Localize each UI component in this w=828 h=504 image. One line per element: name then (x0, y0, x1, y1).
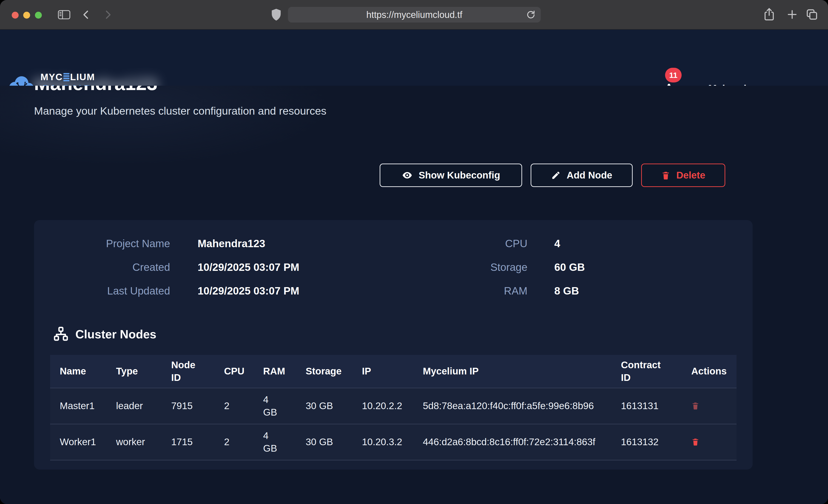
cluster-nodes-table: Name Type Node ID CPU RAM Storage IP Myc… (50, 355, 737, 460)
minimize-window-button[interactable] (23, 12, 30, 18)
cluster-nodes-header: Cluster Nodes (53, 326, 157, 342)
detail-value: 10/29/2025 03:07 PM (198, 285, 299, 297)
screen: Mahendra123 Manage your Kubernetes clust… (0, 0, 828, 504)
cell-storage: 30 GB (296, 424, 352, 460)
chevron-down-icon (762, 85, 770, 86)
url-text: https://myceliumcloud.tf (288, 7, 541, 23)
eye-icon (402, 170, 413, 181)
col-name: Name (60, 365, 86, 378)
col-mycelium-ip: Mycelium IP (423, 365, 479, 378)
new-tab-button[interactable] (786, 9, 798, 20)
detail-label: Project Name (34, 237, 170, 250)
detail-row-ram: RAM 8 GB (437, 284, 585, 297)
user-name: Mahendra (708, 83, 756, 86)
add-node-label: Add Node (567, 170, 612, 181)
tab-overview-button[interactable] (806, 8, 818, 21)
cell-ram: 4 GB (253, 424, 296, 460)
cell-type: leader (107, 388, 162, 424)
sidebar-toggle-button[interactable] (57, 9, 71, 20)
detail-value: 60 GB (554, 261, 585, 274)
show-kubeconfig-button[interactable]: Show Kubeconfig (380, 164, 522, 187)
cluster-nodes-title: Cluster Nodes (75, 327, 157, 341)
nav-link-docs[interactable]: Docs (267, 84, 293, 86)
delete-cluster-button[interactable]: Delete (641, 164, 725, 187)
detail-row-storage: Storage 60 GB (437, 261, 585, 274)
table-row-master1: Master1 leader 7915 2 4 GB 30 GB 10.20.2… (50, 388, 737, 424)
notification-badge: 11 (665, 68, 681, 82)
details-left-column: Project Name Mahendra123 Created 10/29/2… (34, 237, 299, 308)
detail-label: Last Updated (34, 285, 170, 297)
cell-ram: 4 GB (253, 388, 296, 424)
col-node-id: Node ID (171, 359, 200, 384)
address-bar[interactable]: https://myceliumcloud.tf (288, 7, 541, 23)
cell-cpu: 2 (214, 424, 253, 460)
detail-label: RAM (437, 285, 527, 297)
detail-row-cpu: CPU 4 (437, 237, 585, 250)
delete-label: Delete (676, 170, 705, 181)
nav-link-dashboard[interactable]: Dashboard (373, 84, 428, 86)
delete-node-button[interactable] (691, 401, 700, 411)
cell-type: worker (107, 424, 162, 460)
table-header-row: Name Type Node ID CPU RAM Storage IP Myc… (50, 355, 737, 388)
detail-value: 8 GB (554, 285, 579, 297)
pencil-icon (551, 170, 561, 180)
user-menu[interactable]: Mahendra (708, 83, 770, 86)
detail-label: Created (34, 261, 170, 274)
nav-link-use-cases[interactable]: Use Cases (306, 84, 360, 86)
page-subtitle: Manage your Kubernetes cluster configura… (34, 104, 326, 117)
cluster-actions: Show Kubeconfig Add Node (380, 164, 725, 187)
cell-actions (681, 424, 737, 460)
cell-actions (681, 388, 737, 424)
cloud-logo-icon (6, 72, 37, 86)
notifications-button[interactable]: 11 (662, 68, 684, 86)
brand-word-mycelium: MYCLIUM (40, 72, 95, 82)
trash-icon (691, 408, 700, 411)
browser-chrome: https://myceliumcloud.tf (0, 0, 828, 30)
cell-ip: 10.20.2.2 (352, 388, 413, 424)
details-right-column: CPU 4 Storage 60 GB RAM 8 GB (437, 237, 585, 308)
forward-button[interactable] (102, 9, 113, 20)
nav-link-home[interactable]: Home (168, 84, 197, 86)
col-ram: RAM (263, 365, 285, 378)
back-button[interactable] (81, 9, 91, 20)
privacy-shield-icon[interactable] (270, 8, 282, 21)
nav-links: Home Features Docs Use Cases Dashboard (168, 84, 428, 86)
detail-row-last-updated: Last Updated 10/29/2025 03:07 PM (34, 284, 299, 297)
cluster-details-card: Project Name Mahendra123 Created 10/29/2… (34, 220, 753, 469)
trash-icon (661, 170, 670, 180)
cell-name: Worker1 (50, 424, 107, 460)
zoom-window-button[interactable] (35, 12, 42, 18)
detail-label: CPU (437, 237, 527, 250)
col-ip: IP (362, 365, 371, 378)
nav-link-features[interactable]: Features (210, 84, 254, 86)
close-window-button[interactable] (12, 12, 18, 18)
reload-icon[interactable] (526, 10, 536, 20)
cell-contract-id: 1613132 (611, 424, 681, 460)
detail-row-created: Created 10/29/2025 03:07 PM (34, 261, 299, 274)
detail-value: 4 (554, 237, 560, 250)
col-actions: Actions (691, 365, 727, 378)
stylized-e-icon (64, 73, 70, 81)
cell-mycelium-ip: 5d8:78ea:a120:f40c:ff0f:a5fe:99e6:8b96 (413, 388, 611, 424)
detail-label: Storage (437, 261, 527, 274)
browser-window: Mahendra123 Manage your Kubernetes clust… (0, 0, 828, 504)
cell-contract-id: 1613131 (611, 388, 681, 424)
cell-node-id: 1715 (162, 424, 214, 460)
col-cpu: CPU (224, 365, 245, 378)
cell-storage: 30 GB (296, 388, 352, 424)
brand-logo[interactable]: MYCLIUM CLOUD (6, 72, 95, 86)
col-type: Type (116, 365, 138, 378)
share-button[interactable] (763, 8, 775, 21)
brand-wordmark: MYCLIUM CLOUD (40, 72, 95, 86)
delete-node-button[interactable] (691, 437, 700, 447)
cell-cpu: 2 (214, 388, 253, 424)
show-kubeconfig-label: Show Kubeconfig (419, 170, 500, 181)
site-navbar: Mahendra123 (0, 29, 828, 86)
trash-icon (691, 444, 700, 447)
network-icon (53, 326, 69, 342)
brand-word-cloud: CLOUD (40, 83, 95, 86)
cell-node-id: 7915 (162, 388, 214, 424)
cell-ip: 10.20.3.2 (352, 424, 413, 460)
add-node-button[interactable]: Add Node (531, 164, 633, 187)
detail-value: 10/29/2025 03:07 PM (198, 261, 299, 274)
